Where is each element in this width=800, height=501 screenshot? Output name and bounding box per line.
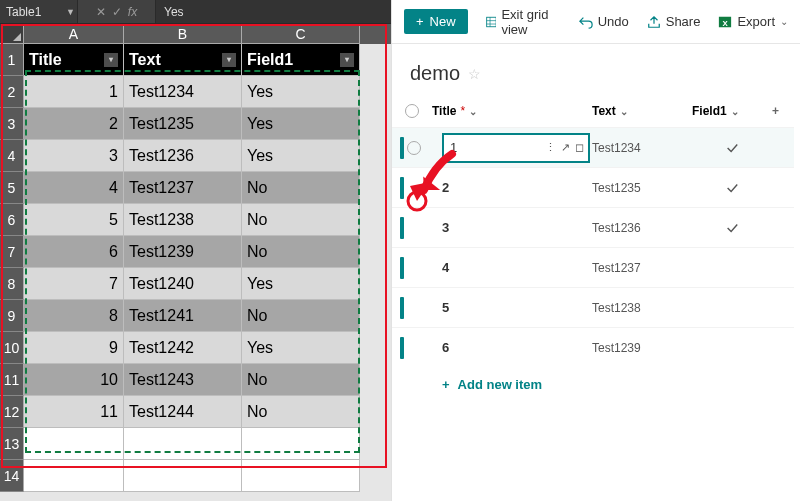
cancel-icon[interactable]: ✕ <box>96 5 106 19</box>
cell-text[interactable]: Test1238 <box>592 301 692 315</box>
add-new-item[interactable]: + Add new item <box>392 367 794 392</box>
cell[interactable]: No <box>242 204 360 236</box>
list-item[interactable]: 1⋮↗◻Test1234 <box>392 127 794 167</box>
cell[interactable]: Test1244 <box>124 396 242 428</box>
row-header[interactable]: 7 <box>0 236 24 268</box>
filter-dropdown-icon[interactable]: ▾ <box>104 53 118 67</box>
export-button[interactable]: X Export ⌄ <box>718 14 788 29</box>
cell[interactable]: Test1240 <box>124 268 242 300</box>
cell[interactable] <box>24 460 124 492</box>
cell[interactable]: Yes <box>242 108 360 140</box>
cell[interactable]: No <box>242 364 360 396</box>
cell[interactable]: Test1234 <box>124 76 242 108</box>
cell-field1[interactable] <box>692 141 772 155</box>
row-header[interactable]: 6 <box>0 204 24 236</box>
cell-title[interactable]: 6 <box>432 340 592 355</box>
list-item[interactable]: 6Test1239 <box>392 327 794 367</box>
cell[interactable]: 4 <box>24 172 124 204</box>
cell[interactable]: 6 <box>24 236 124 268</box>
cell[interactable] <box>124 428 242 460</box>
list-item[interactable]: 5Test1238 <box>392 287 794 327</box>
row-header[interactable]: 13 <box>0 428 24 460</box>
cell[interactable]: 2 <box>24 108 124 140</box>
cell[interactable]: Yes <box>242 268 360 300</box>
cell-title[interactable]: 4 <box>432 260 592 275</box>
select-all-radio[interactable] <box>392 104 432 118</box>
cell[interactable]: Test1235 <box>124 108 242 140</box>
fx-icon[interactable]: fx <box>128 5 137 19</box>
cell[interactable]: Test1243 <box>124 364 242 396</box>
row-radio[interactable] <box>407 141 421 155</box>
cell[interactable]: 11 <box>24 396 124 428</box>
row-header[interactable]: 12 <box>0 396 24 428</box>
row-header[interactable]: 3 <box>0 108 24 140</box>
row-selector[interactable] <box>392 297 432 319</box>
row-selector[interactable] <box>392 177 432 199</box>
col-field1[interactable]: Field1 ⌄ <box>692 104 772 118</box>
cell[interactable]: Yes <box>242 332 360 364</box>
cell[interactable]: 8 <box>24 300 124 332</box>
cell-field1[interactable] <box>692 221 772 235</box>
cell-text[interactable]: Test1239 <box>592 341 692 355</box>
row-selector[interactable] <box>392 337 432 359</box>
cell[interactable]: Yes <box>242 76 360 108</box>
cell-text[interactable]: Test1234 <box>592 141 692 155</box>
confirm-icon[interactable]: ✓ <box>112 5 122 19</box>
col-title[interactable]: Title * ⌄ <box>432 104 592 118</box>
cell[interactable]: Yes <box>242 140 360 172</box>
cell[interactable]: No <box>242 236 360 268</box>
row-selector[interactable] <box>392 217 432 239</box>
cell[interactable]: Test1239 <box>124 236 242 268</box>
row-header[interactable]: 1 <box>0 44 24 76</box>
cell[interactable]: No <box>242 300 360 332</box>
cell-title[interactable]: 5 <box>432 300 592 315</box>
cell[interactable] <box>242 460 360 492</box>
cell[interactable]: Test1238 <box>124 204 242 236</box>
cell-title[interactable]: 3 <box>432 220 592 235</box>
cell[interactable]: Title▾ <box>24 44 124 76</box>
col-text[interactable]: Text ⌄ <box>592 104 692 118</box>
new-button[interactable]: + New <box>404 9 468 34</box>
row-header[interactable]: 8 <box>0 268 24 300</box>
cell-text[interactable]: Test1235 <box>592 181 692 195</box>
cell[interactable]: Test1242 <box>124 332 242 364</box>
cell-title[interactable]: 1⋮↗◻ <box>432 133 592 163</box>
cell[interactable]: 3 <box>24 140 124 172</box>
row-header[interactable]: 5 <box>0 172 24 204</box>
row-selector[interactable] <box>392 257 432 279</box>
cell[interactable]: Field1▾ <box>242 44 360 76</box>
row-header[interactable]: 10 <box>0 332 24 364</box>
list-item[interactable]: 2Test1235 <box>392 167 794 207</box>
col-header-b[interactable]: B <box>124 24 242 44</box>
name-box[interactable]: Table1 ▼ <box>0 0 78 23</box>
comment-icon[interactable]: ◻ <box>575 141 584 154</box>
row-header[interactable]: 11 <box>0 364 24 396</box>
filter-dropdown-icon[interactable]: ▾ <box>340 53 354 67</box>
list-item[interactable]: 4Test1237 <box>392 247 794 287</box>
cell[interactable]: 7 <box>24 268 124 300</box>
cell[interactable]: 9 <box>24 332 124 364</box>
row-header[interactable]: 4 <box>0 140 24 172</box>
share-icon[interactable]: ↗ <box>561 141 570 154</box>
formula-value[interactable]: Yes <box>156 0 391 23</box>
select-all-corner[interactable] <box>0 24 24 44</box>
filter-dropdown-icon[interactable]: ▾ <box>222 53 236 67</box>
cell-text[interactable]: Test1236 <box>592 221 692 235</box>
exit-grid-button[interactable]: Exit grid view <box>486 7 561 37</box>
more-icon[interactable]: ⋮ <box>545 141 556 154</box>
undo-button[interactable]: Undo <box>579 14 629 29</box>
add-column-button[interactable]: + <box>772 104 792 118</box>
cell[interactable]: 10 <box>24 364 124 396</box>
list-item[interactable]: 3Test1236 <box>392 207 794 247</box>
cell[interactable] <box>24 428 124 460</box>
cell[interactable]: Test1236 <box>124 140 242 172</box>
cell-field1[interactable] <box>692 181 772 195</box>
row-header[interactable]: 14 <box>0 460 24 492</box>
share-button[interactable]: Share <box>647 14 701 29</box>
row-header[interactable]: 2 <box>0 76 24 108</box>
cell[interactable]: No <box>242 172 360 204</box>
cell[interactable]: No <box>242 396 360 428</box>
col-header-c[interactable]: C <box>242 24 360 44</box>
cell[interactable]: Test1237 <box>124 172 242 204</box>
cell[interactable]: Test1241 <box>124 300 242 332</box>
